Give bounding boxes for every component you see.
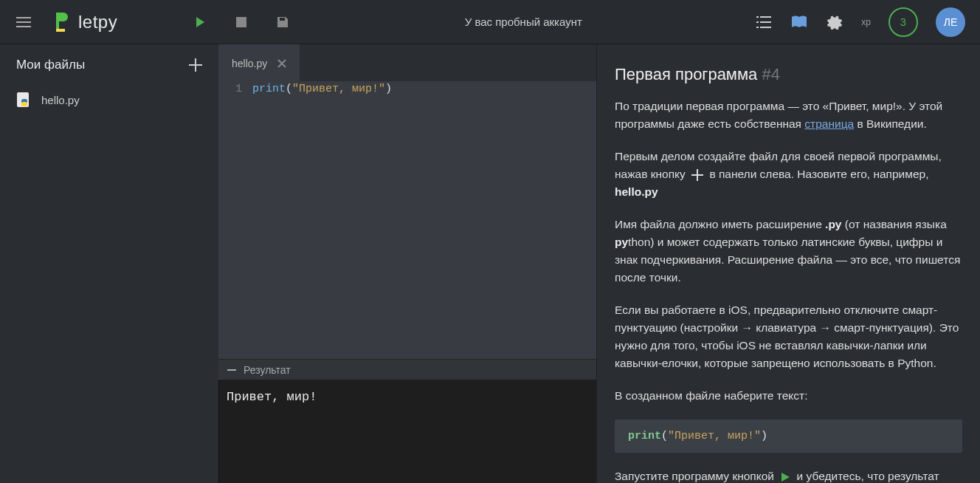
sidebar-header: Мои файлы	[16, 58, 202, 72]
logo-mark-icon	[53, 11, 69, 33]
trial-account-text: У вас пробный аккаунт	[291, 16, 755, 28]
lesson-pane: Первая программа #4 По традиции первая п…	[596, 44, 980, 483]
svg-rect-1	[236, 17, 246, 27]
book-icon[interactable]	[790, 13, 808, 31]
lesson-paragraph: Первым делом создайте файл для своей пер…	[615, 148, 962, 201]
plus-icon	[691, 169, 703, 181]
file-name: hello.py	[41, 94, 80, 106]
svg-rect-3	[227, 369, 236, 371]
save-icon[interactable]	[274, 13, 291, 31]
toc-icon[interactable]	[755, 13, 773, 31]
lesson-paragraph: Если вы работаете в iOS, предварительно …	[615, 301, 962, 372]
header: letpy У вас пробный аккаунт xp 3 ЛЕ	[0, 0, 980, 44]
result-label: Результат	[244, 364, 291, 376]
file-item[interactable]: hello.py	[16, 87, 202, 112]
menu-icon[interactable]	[15, 13, 32, 31]
logo-text: letpy	[78, 12, 117, 32]
wikipedia-link[interactable]: страница	[804, 117, 854, 130]
minimize-icon[interactable]	[227, 369, 236, 371]
toolbar	[191, 13, 291, 31]
console-line: Привет, мир!	[227, 390, 589, 404]
gear-icon[interactable]	[826, 13, 843, 31]
xp-counter[interactable]: 3	[888, 7, 918, 37]
python-file-icon	[16, 92, 32, 108]
run-icon[interactable]	[191, 13, 209, 31]
lesson-paragraph: По традиции первая программа — это «Прив…	[615, 97, 962, 133]
lesson-paragraph: Имя файла должно иметь расширение .py (о…	[615, 216, 962, 287]
tab-hello-py[interactable]: hello.py	[218, 44, 300, 81]
xp-label: xp	[861, 17, 871, 27]
console-output[interactable]: Привет, мир!	[218, 380, 596, 483]
tab-label: hello.py	[232, 58, 267, 69]
code-editor[interactable]: 1 print("Привет, мир!")	[218, 81, 596, 359]
add-file-icon[interactable]	[189, 58, 202, 72]
editor-tabs: hello.py	[218, 44, 596, 81]
header-right: xp 3 ЛЕ	[755, 7, 965, 37]
line-number: 1	[218, 83, 242, 95]
editor-pane: hello.py 1 print("Привет, мир!") Результ…	[218, 44, 596, 483]
code-line: print("Привет, мир!")	[252, 83, 596, 95]
sidebar: Мои файлы hello.py	[0, 44, 218, 483]
svg-rect-0	[56, 29, 65, 32]
line-gutter: 1	[218, 81, 249, 359]
sidebar-title: Мои файлы	[16, 58, 85, 72]
lesson-title: Первая программа #4	[615, 65, 962, 84]
lesson-paragraph: Запустите программу кнопкой и убедитесь,…	[615, 467, 962, 483]
code-area[interactable]: print("Привет, мир!")	[249, 81, 596, 359]
avatar[interactable]: ЛЕ	[936, 7, 965, 37]
main-layout: Мои файлы hello.py hello.py	[0, 44, 980, 483]
stop-icon[interactable]	[232, 13, 250, 31]
play-icon	[780, 472, 790, 482]
code-example: print("Привет, мир!")	[615, 419, 962, 453]
logo[interactable]: letpy	[53, 11, 117, 33]
lesson-paragraph: В созданном файле наберите текст:	[615, 387, 962, 405]
result-bar[interactable]: Результат	[218, 359, 596, 380]
close-icon[interactable]	[277, 59, 286, 68]
lesson-number: #4	[762, 65, 779, 83]
